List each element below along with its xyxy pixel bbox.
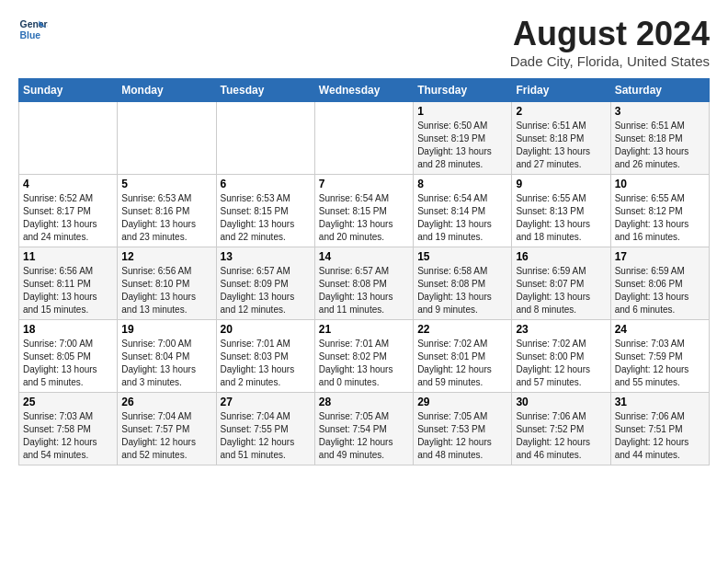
calendar-cell: 17Sunrise: 6:59 AM Sunset: 8:06 PM Dayli… xyxy=(610,247,709,320)
logo: General Blue xyxy=(18,15,48,44)
day-number: 6 xyxy=(221,178,311,190)
day-info: Sunrise: 7:06 AM Sunset: 7:51 PM Dayligh… xyxy=(615,410,705,462)
day-info: Sunrise: 6:55 AM Sunset: 8:12 PM Dayligh… xyxy=(615,192,705,244)
day-number: 15 xyxy=(417,250,507,263)
day-number: 2 xyxy=(516,105,606,118)
calendar-cell: 2Sunrise: 6:51 AM Sunset: 8:18 PM Daylig… xyxy=(512,102,610,175)
day-number: 28 xyxy=(319,396,409,408)
day-info: Sunrise: 7:04 AM Sunset: 7:55 PM Dayligh… xyxy=(221,410,311,462)
day-info: Sunrise: 7:02 AM Sunset: 8:01 PM Dayligh… xyxy=(417,338,507,389)
day-number: 22 xyxy=(417,323,507,336)
day-info: Sunrise: 7:06 AM Sunset: 7:52 PM Dayligh… xyxy=(516,410,606,462)
calendar-cell: 31Sunrise: 7:06 AM Sunset: 7:51 PM Dayli… xyxy=(610,393,709,465)
day-number: 7 xyxy=(319,178,409,190)
day-number: 27 xyxy=(221,396,311,408)
day-info: Sunrise: 6:54 AM Sunset: 8:14 PM Dayligh… xyxy=(417,192,507,244)
day-info: Sunrise: 6:57 AM Sunset: 8:08 PM Dayligh… xyxy=(319,265,409,316)
day-info: Sunrise: 7:01 AM Sunset: 8:03 PM Dayligh… xyxy=(221,338,311,389)
day-number: 4 xyxy=(23,178,113,190)
location: Dade City, Florida, United States xyxy=(510,53,710,69)
calendar-cell: 27Sunrise: 7:04 AM Sunset: 7:55 PM Dayli… xyxy=(216,393,314,465)
calendar-cell: 23Sunrise: 7:02 AM Sunset: 8:00 PM Dayli… xyxy=(512,320,610,393)
calendar-cell: 4Sunrise: 6:52 AM Sunset: 8:17 PM Daylig… xyxy=(19,175,118,247)
calendar-cell: 16Sunrise: 6:59 AM Sunset: 8:07 PM Dayli… xyxy=(512,247,610,320)
calendar-cell: 24Sunrise: 7:03 AM Sunset: 7:59 PM Dayli… xyxy=(610,320,709,393)
day-info: Sunrise: 6:55 AM Sunset: 8:13 PM Dayligh… xyxy=(516,192,606,244)
day-of-week-header: Sunday xyxy=(19,79,118,102)
calendar-cell: 5Sunrise: 6:53 AM Sunset: 8:16 PM Daylig… xyxy=(118,175,216,247)
calendar-cell: 30Sunrise: 7:06 AM Sunset: 7:52 PM Dayli… xyxy=(512,393,610,465)
day-of-week-header: Thursday xyxy=(414,79,512,102)
day-number: 21 xyxy=(319,323,409,336)
day-number: 1 xyxy=(417,105,507,118)
page-header: General Blue August 2024 Dade City, Flor… xyxy=(18,15,710,69)
month-year: August 2024 xyxy=(510,15,710,53)
day-info: Sunrise: 7:05 AM Sunset: 7:53 PM Dayligh… xyxy=(417,410,507,462)
day-number: 29 xyxy=(417,396,507,408)
calendar-cell xyxy=(314,102,413,175)
calendar-cell: 10Sunrise: 6:55 AM Sunset: 8:12 PM Dayli… xyxy=(610,175,709,247)
calendar-cell: 6Sunrise: 6:53 AM Sunset: 8:15 PM Daylig… xyxy=(216,175,314,247)
calendar-cell: 28Sunrise: 7:05 AM Sunset: 7:54 PM Dayli… xyxy=(314,393,413,465)
calendar-week-row: 25Sunrise: 7:03 AM Sunset: 7:58 PM Dayli… xyxy=(19,393,710,465)
day-info: Sunrise: 6:59 AM Sunset: 8:06 PM Dayligh… xyxy=(615,265,705,316)
day-info: Sunrise: 6:58 AM Sunset: 8:08 PM Dayligh… xyxy=(417,265,507,316)
calendar-cell: 13Sunrise: 6:57 AM Sunset: 8:09 PM Dayli… xyxy=(216,247,314,320)
day-number: 26 xyxy=(121,396,211,408)
day-info: Sunrise: 6:53 AM Sunset: 8:16 PM Dayligh… xyxy=(121,192,211,244)
day-info: Sunrise: 7:01 AM Sunset: 8:02 PM Dayligh… xyxy=(319,338,409,389)
calendar-cell: 25Sunrise: 7:03 AM Sunset: 7:58 PM Dayli… xyxy=(19,393,118,465)
day-number: 17 xyxy=(615,250,705,263)
calendar-week-row: 18Sunrise: 7:00 AM Sunset: 8:05 PM Dayli… xyxy=(19,320,710,393)
calendar-cell: 9Sunrise: 6:55 AM Sunset: 8:13 PM Daylig… xyxy=(512,175,610,247)
calendar-week-row: 4Sunrise: 6:52 AM Sunset: 8:17 PM Daylig… xyxy=(19,175,710,247)
calendar-week-row: 11Sunrise: 6:56 AM Sunset: 8:11 PM Dayli… xyxy=(19,247,710,320)
day-number: 3 xyxy=(615,105,705,118)
day-of-week-header: Saturday xyxy=(610,79,709,102)
calendar-cell: 15Sunrise: 6:58 AM Sunset: 8:08 PM Dayli… xyxy=(414,247,512,320)
day-info: Sunrise: 6:54 AM Sunset: 8:15 PM Dayligh… xyxy=(319,192,409,244)
day-number: 31 xyxy=(615,396,705,408)
day-info: Sunrise: 7:05 AM Sunset: 7:54 PM Dayligh… xyxy=(319,410,409,462)
calendar-cell: 8Sunrise: 6:54 AM Sunset: 8:14 PM Daylig… xyxy=(414,175,512,247)
day-info: Sunrise: 6:52 AM Sunset: 8:17 PM Dayligh… xyxy=(23,192,113,244)
day-number: 12 xyxy=(121,250,211,263)
svg-text:General: General xyxy=(20,19,48,29)
calendar-cell: 20Sunrise: 7:01 AM Sunset: 8:03 PM Dayli… xyxy=(216,320,314,393)
day-of-week-header: Monday xyxy=(118,79,216,102)
day-number: 16 xyxy=(516,250,606,263)
calendar-week-row: 1Sunrise: 6:50 AM Sunset: 8:19 PM Daylig… xyxy=(19,102,710,175)
day-number: 19 xyxy=(121,323,211,336)
day-number: 11 xyxy=(23,250,113,263)
day-info: Sunrise: 6:51 AM Sunset: 8:18 PM Dayligh… xyxy=(516,120,606,171)
day-info: Sunrise: 7:03 AM Sunset: 7:58 PM Dayligh… xyxy=(23,410,113,462)
calendar-cell: 1Sunrise: 6:50 AM Sunset: 8:19 PM Daylig… xyxy=(414,102,512,175)
day-number: 25 xyxy=(23,396,113,408)
day-number: 5 xyxy=(121,178,211,190)
calendar-cell: 7Sunrise: 6:54 AM Sunset: 8:15 PM Daylig… xyxy=(314,175,413,247)
calendar-header-row: SundayMondayTuesdayWednesdayThursdayFrid… xyxy=(19,79,710,102)
logo-icon: General Blue xyxy=(18,15,48,44)
day-info: Sunrise: 7:00 AM Sunset: 8:04 PM Dayligh… xyxy=(121,338,211,389)
title-block: August 2024 Dade City, Florida, United S… xyxy=(510,15,710,69)
calendar-cell: 21Sunrise: 7:01 AM Sunset: 8:02 PM Dayli… xyxy=(314,320,413,393)
calendar-cell: 12Sunrise: 6:56 AM Sunset: 8:10 PM Dayli… xyxy=(118,247,216,320)
day-number: 9 xyxy=(516,178,606,190)
day-info: Sunrise: 6:50 AM Sunset: 8:19 PM Dayligh… xyxy=(417,120,507,171)
day-info: Sunrise: 7:04 AM Sunset: 7:57 PM Dayligh… xyxy=(121,410,211,462)
calendar-cell xyxy=(118,102,216,175)
day-number: 13 xyxy=(221,250,311,263)
calendar-cell: 18Sunrise: 7:00 AM Sunset: 8:05 PM Dayli… xyxy=(19,320,118,393)
day-info: Sunrise: 6:56 AM Sunset: 8:10 PM Dayligh… xyxy=(121,265,211,316)
day-number: 30 xyxy=(516,396,606,408)
calendar-cell: 22Sunrise: 7:02 AM Sunset: 8:01 PM Dayli… xyxy=(414,320,512,393)
day-of-week-header: Wednesday xyxy=(314,79,413,102)
calendar-cell xyxy=(19,102,118,175)
calendar-cell: 26Sunrise: 7:04 AM Sunset: 7:57 PM Dayli… xyxy=(118,393,216,465)
day-number: 24 xyxy=(615,323,705,336)
svg-text:Blue: Blue xyxy=(20,30,41,40)
day-of-week-header: Tuesday xyxy=(216,79,314,102)
calendar-cell xyxy=(216,102,314,175)
day-info: Sunrise: 6:59 AM Sunset: 8:07 PM Dayligh… xyxy=(516,265,606,316)
calendar-table: SundayMondayTuesdayWednesdayThursdayFrid… xyxy=(18,78,710,465)
